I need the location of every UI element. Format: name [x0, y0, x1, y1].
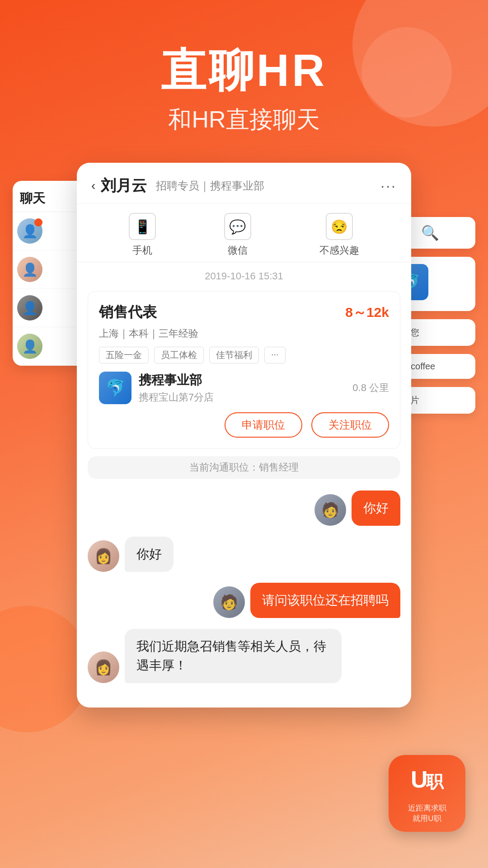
hr-avatar-1: 👩: [88, 540, 119, 572]
hero-subtitle: 和HR直接聊天: [0, 104, 488, 136]
back-button[interactable]: ‹: [91, 179, 95, 193]
apply-job-button[interactable]: 申请职位: [225, 412, 302, 438]
job-company-row: 🐬 携程事业部 携程宝山第7分店 0.8 公里: [99, 372, 389, 404]
company-logo: 🐬: [99, 372, 131, 404]
hr-name: 刘月云: [101, 175, 147, 196]
company-sub: 携程宝山第7分店: [139, 391, 345, 404]
user-avatar-1: 🧑: [314, 494, 346, 526]
job-actions: 申请职位 关注职位: [99, 412, 389, 438]
company-name: 携程事业部: [139, 372, 345, 389]
hr-avatar-2: 👩: [88, 651, 119, 683]
user-avatar-2: 🧑: [213, 586, 245, 618]
job-title: 销售代表: [99, 302, 157, 322]
job-salary: 8～12k: [345, 303, 389, 322]
bubble-sent-1: 你好: [352, 491, 400, 526]
wechat-label: 微信: [228, 244, 248, 257]
message-sent-2: 请问该职位还在招聘吗 🧑: [88, 583, 400, 618]
hero-section: 直聊HR 和HR直接聊天: [0, 0, 488, 163]
company-distance: 0.8 公里: [352, 381, 389, 395]
message-received-2: 👩 我们近期急召销售等相关人员，待遇丰厚！: [88, 629, 400, 683]
action-phone[interactable]: 📱 手机: [129, 213, 156, 257]
job-card: 销售代表 8～12k 上海｜本科｜三年经验 五险一金 员工体检 佳节福利 ···…: [88, 291, 400, 449]
job-tag-1: 五险一金: [99, 347, 149, 363]
svg-text:U: U: [411, 766, 428, 793]
more-options-button[interactable]: ···: [380, 178, 397, 194]
hr-role: 招聘专员｜携程事业部: [156, 179, 264, 193]
card-header: ‹ 刘月云 招聘专员｜携程事业部 ···: [77, 163, 411, 204]
follow-job-button[interactable]: 关注职位: [311, 412, 389, 438]
svg-text:职: 职: [426, 772, 444, 791]
phone-label: 手机: [132, 244, 152, 257]
app-logo-tagline: 近距离求职 就用U职: [408, 803, 446, 823]
job-tag-more: ···: [264, 347, 286, 363]
bg-avatar-4: 👤: [17, 334, 42, 359]
message-sent-1: 你好 🧑: [88, 491, 400, 526]
action-not-interested[interactable]: 😒 不感兴趣: [319, 213, 359, 257]
main-chat-card: ‹ 刘月云 招聘专员｜携程事业部 ··· 📱 手机 💬 微信 😒 不感兴趣 20…: [77, 163, 411, 708]
not-interested-label: 不感兴趣: [319, 244, 359, 257]
phone-icon: 📱: [129, 213, 156, 240]
unread-badge: [34, 218, 42, 226]
action-icons-row: 📱 手机 💬 微信 😒 不感兴趣: [77, 204, 411, 262]
wechat-icon: 💬: [224, 213, 251, 240]
job-meta: 上海｜本科｜三年经验: [99, 327, 389, 340]
message-received-1: 👩 你好: [88, 537, 400, 572]
bubble-received-1: 你好: [125, 537, 174, 572]
app-logo-badge[interactable]: U 职 近距离求职 就用U职: [389, 755, 465, 832]
bg-avatar-3: 👤: [17, 295, 42, 321]
job-card-header: 销售代表 8～12k: [99, 302, 389, 322]
chat-area: 你好 🧑 👩 你好 请问该职位还在招聘吗 🧑 👩 我们近期急召销售等相关人员，待…: [77, 486, 411, 708]
bubble-sent-2: 请问该职位还在招聘吗: [250, 583, 400, 618]
company-info: 携程事业部 携程宝山第7分店: [139, 372, 345, 404]
position-notice: 当前沟通职位：销售经理: [88, 456, 400, 479]
bubble-received-2: 我们近期急召销售等相关人员，待遇丰厚！: [125, 629, 342, 683]
app-logo-icon: U 职: [409, 763, 445, 801]
hero-title: 直聊HR: [0, 45, 488, 95]
bg-avatar-2: 👤: [17, 257, 42, 282]
job-tag-3: 佳节福利: [209, 347, 259, 363]
job-tags: 五险一金 员工体检 佳节福利 ···: [99, 347, 389, 363]
action-wechat[interactable]: 💬 微信: [224, 213, 251, 257]
job-tag-2: 员工体检: [154, 347, 204, 363]
not-interested-icon: 😒: [326, 213, 353, 240]
message-timestamp: 2019-10-16 15:31: [77, 262, 411, 287]
